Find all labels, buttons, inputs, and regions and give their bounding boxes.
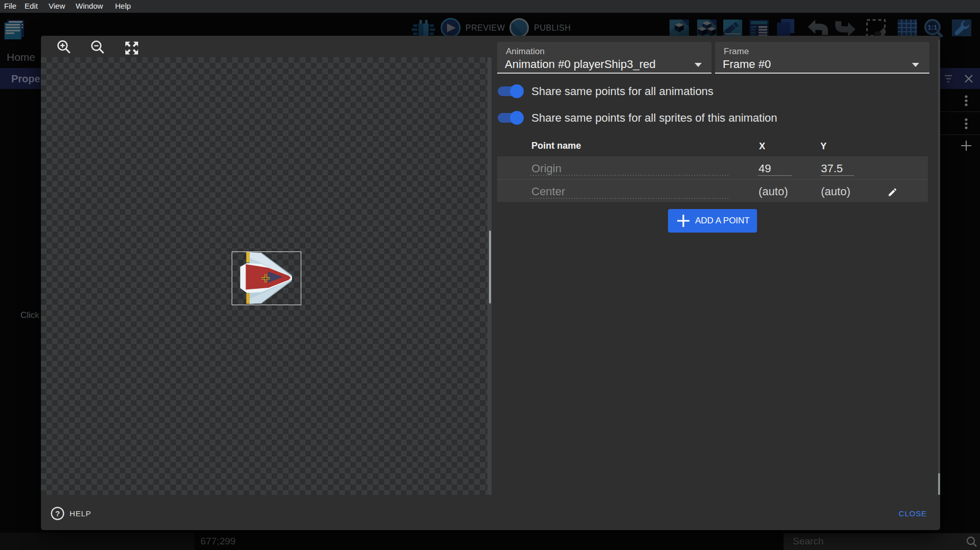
svg-text:PREVIEW: PREVIEW	[465, 24, 505, 32]
svg-text:?: ?	[55, 509, 60, 518]
svg-text:1:1: 1:1	[928, 24, 938, 31]
svg-text:PUBLISH: PUBLISH	[534, 24, 571, 32]
